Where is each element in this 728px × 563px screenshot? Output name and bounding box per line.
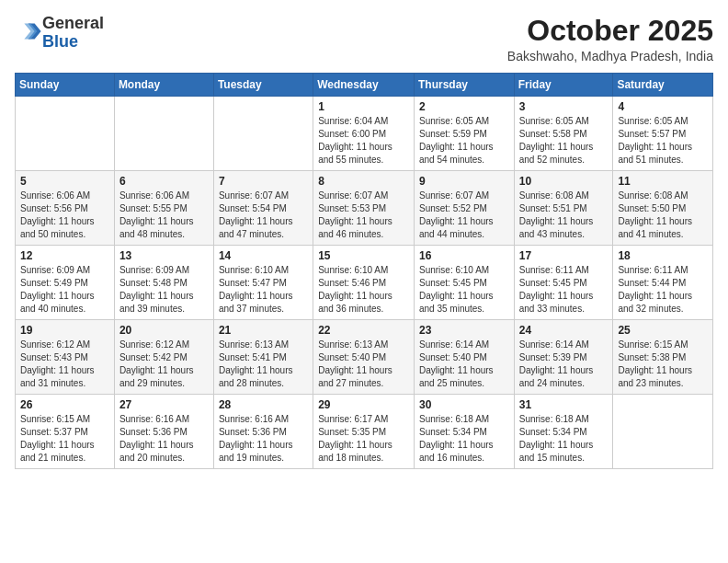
- calendar-cell: [613, 395, 713, 469]
- day-number: 27: [119, 398, 209, 411]
- day-info: Sunrise: 6:12 AM Sunset: 5:42 PM Dayligh…: [119, 339, 209, 390]
- day-number: 5: [20, 175, 109, 188]
- day-info: Sunrise: 6:07 AM Sunset: 5:52 PM Dayligh…: [419, 190, 509, 241]
- day-number: 6: [119, 175, 209, 188]
- calendar-cell: 11Sunrise: 6:08 AM Sunset: 5:50 PM Dayli…: [613, 171, 713, 246]
- calendar-cell: 20Sunrise: 6:12 AM Sunset: 5:42 PM Dayli…: [114, 320, 213, 395]
- calendar-cell: 1Sunrise: 6:04 AM Sunset: 6:00 PM Daylig…: [313, 97, 415, 171]
- day-number: 12: [20, 249, 109, 262]
- day-number: 26: [20, 398, 109, 411]
- calendar-cell: 9Sunrise: 6:07 AM Sunset: 5:52 PM Daylig…: [414, 171, 514, 246]
- calendar-cell: 14Sunrise: 6:10 AM Sunset: 5:47 PM Dayli…: [213, 246, 313, 320]
- calendar-day-header: Wednesday: [313, 74, 415, 97]
- calendar-day-header: Friday: [514, 74, 613, 97]
- day-info: Sunrise: 6:08 AM Sunset: 5:50 PM Dayligh…: [618, 190, 708, 241]
- day-number: 24: [519, 324, 609, 337]
- day-info: Sunrise: 6:10 AM Sunset: 5:45 PM Dayligh…: [419, 264, 509, 316]
- calendar-week-row: 1Sunrise: 6:04 AM Sunset: 6:00 PM Daylig…: [16, 97, 713, 171]
- calendar-cell: 24Sunrise: 6:14 AM Sunset: 5:39 PM Dayli…: [514, 320, 613, 395]
- calendar-week-row: 5Sunrise: 6:06 AM Sunset: 5:56 PM Daylig…: [16, 171, 713, 246]
- day-info: Sunrise: 6:14 AM Sunset: 5:39 PM Dayligh…: [519, 339, 609, 390]
- calendar-cell: 22Sunrise: 6:13 AM Sunset: 5:40 PM Dayli…: [313, 320, 415, 395]
- calendar-cell: 10Sunrise: 6:08 AM Sunset: 5:51 PM Dayli…: [514, 171, 613, 246]
- calendar-day-header: Thursday: [414, 74, 514, 97]
- day-info: Sunrise: 6:15 AM Sunset: 5:37 PM Dayligh…: [20, 413, 109, 465]
- title-block: October 2025 Bakshwaho, Madhya Pradesh, …: [507, 15, 713, 63]
- calendar-cell: 25Sunrise: 6:15 AM Sunset: 5:38 PM Dayli…: [613, 320, 713, 395]
- day-info: Sunrise: 6:13 AM Sunset: 5:41 PM Dayligh…: [219, 339, 308, 390]
- day-number: 15: [318, 249, 409, 262]
- day-number: 22: [318, 324, 409, 337]
- calendar-cell: 31Sunrise: 6:18 AM Sunset: 5:34 PM Dayli…: [514, 395, 613, 469]
- calendar-cell: 30Sunrise: 6:18 AM Sunset: 5:34 PM Dayli…: [414, 395, 514, 469]
- logo-icon: [17, 18, 42, 44]
- calendar-cell: 5Sunrise: 6:06 AM Sunset: 5:56 PM Daylig…: [16, 171, 115, 246]
- day-info: Sunrise: 6:16 AM Sunset: 5:36 PM Dayligh…: [219, 413, 308, 465]
- calendar-cell: [213, 97, 313, 171]
- day-number: 11: [618, 175, 708, 188]
- day-info: Sunrise: 6:05 AM Sunset: 5:59 PM Dayligh…: [419, 115, 509, 167]
- day-number: 10: [519, 175, 609, 188]
- day-info: Sunrise: 6:11 AM Sunset: 5:45 PM Dayligh…: [519, 264, 609, 316]
- calendar-cell: 2Sunrise: 6:05 AM Sunset: 5:59 PM Daylig…: [414, 97, 514, 171]
- day-number: 14: [219, 249, 308, 262]
- day-info: Sunrise: 6:08 AM Sunset: 5:51 PM Dayligh…: [519, 190, 609, 241]
- calendar-cell: 29Sunrise: 6:17 AM Sunset: 5:35 PM Dayli…: [313, 395, 415, 469]
- day-number: 30: [419, 398, 509, 411]
- calendar-cell: 26Sunrise: 6:15 AM Sunset: 5:37 PM Dayli…: [16, 395, 115, 469]
- day-info: Sunrise: 6:12 AM Sunset: 5:43 PM Dayligh…: [20, 339, 109, 390]
- calendar-table: SundayMondayTuesdayWednesdayThursdayFrid…: [15, 73, 713, 469]
- calendar-cell: 3Sunrise: 6:05 AM Sunset: 5:58 PM Daylig…: [514, 97, 613, 171]
- calendar-cell: 6Sunrise: 6:06 AM Sunset: 5:55 PM Daylig…: [114, 171, 213, 246]
- day-info: Sunrise: 6:13 AM Sunset: 5:40 PM Dayligh…: [318, 339, 409, 390]
- day-number: 4: [618, 100, 708, 113]
- calendar-cell: 13Sunrise: 6:09 AM Sunset: 5:48 PM Dayli…: [114, 246, 213, 320]
- logo: General Blue: [15, 15, 104, 52]
- day-number: 8: [318, 175, 409, 188]
- calendar-cell: 4Sunrise: 6:05 AM Sunset: 5:57 PM Daylig…: [613, 97, 713, 171]
- calendar-week-row: 12Sunrise: 6:09 AM Sunset: 5:49 PM Dayli…: [16, 246, 713, 320]
- month-title: October 2025: [507, 15, 713, 47]
- day-info: Sunrise: 6:14 AM Sunset: 5:40 PM Dayligh…: [419, 339, 509, 390]
- calendar-cell: 18Sunrise: 6:11 AM Sunset: 5:44 PM Dayli…: [613, 246, 713, 320]
- location: Bakshwaho, Madhya Pradesh, India: [507, 49, 713, 63]
- day-number: 9: [419, 175, 509, 188]
- calendar-cell: 12Sunrise: 6:09 AM Sunset: 5:49 PM Dayli…: [16, 246, 115, 320]
- day-info: Sunrise: 6:05 AM Sunset: 5:57 PM Dayligh…: [618, 115, 708, 167]
- calendar-cell: [114, 97, 213, 171]
- day-number: 23: [419, 324, 509, 337]
- day-info: Sunrise: 6:07 AM Sunset: 5:53 PM Dayligh…: [318, 190, 409, 241]
- calendar-cell: 27Sunrise: 6:16 AM Sunset: 5:36 PM Dayli…: [114, 395, 213, 469]
- day-number: 31: [519, 398, 609, 411]
- day-info: Sunrise: 6:06 AM Sunset: 5:56 PM Dayligh…: [20, 190, 109, 241]
- day-number: 7: [219, 175, 308, 188]
- day-number: 16: [419, 249, 509, 262]
- day-info: Sunrise: 6:09 AM Sunset: 5:48 PM Dayligh…: [119, 264, 209, 316]
- day-info: Sunrise: 6:18 AM Sunset: 5:34 PM Dayligh…: [419, 413, 509, 465]
- calendar-day-header: Saturday: [613, 74, 713, 97]
- day-number: 21: [219, 324, 308, 337]
- day-info: Sunrise: 6:11 AM Sunset: 5:44 PM Dayligh…: [618, 264, 708, 316]
- calendar-day-header: Tuesday: [213, 74, 313, 97]
- day-info: Sunrise: 6:04 AM Sunset: 6:00 PM Dayligh…: [318, 115, 409, 167]
- header: General Blue October 2025 Bakshwaho, Mad…: [15, 15, 713, 63]
- logo-blue-text: Blue: [42, 32, 78, 51]
- calendar-cell: 15Sunrise: 6:10 AM Sunset: 5:46 PM Dayli…: [313, 246, 415, 320]
- day-number: 25: [618, 324, 708, 337]
- calendar-cell: 23Sunrise: 6:14 AM Sunset: 5:40 PM Dayli…: [414, 320, 514, 395]
- calendar-week-row: 19Sunrise: 6:12 AM Sunset: 5:43 PM Dayli…: [16, 320, 713, 395]
- day-number: 13: [119, 249, 209, 262]
- day-number: 3: [519, 100, 609, 113]
- day-number: 1: [318, 100, 409, 113]
- calendar-day-header: Sunday: [16, 74, 115, 97]
- day-info: Sunrise: 6:09 AM Sunset: 5:49 PM Dayligh…: [20, 264, 109, 316]
- calendar-cell: 28Sunrise: 6:16 AM Sunset: 5:36 PM Dayli…: [213, 395, 313, 469]
- calendar-cell: 19Sunrise: 6:12 AM Sunset: 5:43 PM Dayli…: [16, 320, 115, 395]
- day-info: Sunrise: 6:10 AM Sunset: 5:46 PM Dayligh…: [318, 264, 409, 316]
- calendar-cell: 16Sunrise: 6:10 AM Sunset: 5:45 PM Dayli…: [414, 246, 514, 320]
- calendar-header-row: SundayMondayTuesdayWednesdayThursdayFrid…: [16, 74, 713, 97]
- day-info: Sunrise: 6:15 AM Sunset: 5:38 PM Dayligh…: [618, 339, 708, 390]
- day-number: 28: [219, 398, 308, 411]
- calendar-cell: [16, 97, 115, 171]
- calendar-day-header: Monday: [114, 74, 213, 97]
